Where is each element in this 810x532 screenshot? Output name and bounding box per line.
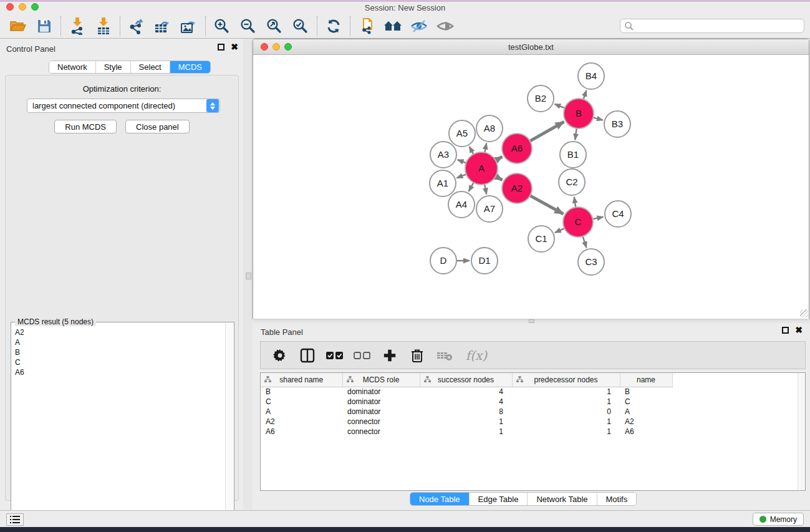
unchecked-boxes-icon[interactable] (353, 346, 372, 365)
search-field[interactable] (620, 19, 804, 33)
table-cell[interactable]: 8 (420, 407, 512, 417)
graph-edge[interactable] (469, 182, 474, 191)
show-eye-icon[interactable] (432, 15, 458, 37)
table-cell[interactable]: C (620, 397, 672, 407)
result-item[interactable]: A2 (12, 327, 224, 337)
graph-edge[interactable] (555, 228, 565, 233)
zoom-selected-icon[interactable] (287, 15, 314, 37)
graph-edge[interactable] (582, 236, 586, 248)
table-cell[interactable]: dominator (342, 407, 420, 417)
graph-edge[interactable] (456, 174, 466, 178)
search-input[interactable] (634, 20, 804, 32)
network-traffic-lights[interactable] (261, 43, 292, 51)
close-panel-icon[interactable]: ✖ (231, 44, 238, 51)
graph-edge[interactable] (495, 157, 503, 161)
float-panel-icon[interactable] (218, 44, 224, 51)
table-row[interactable]: A6connector11A6 (261, 427, 672, 437)
export-table-icon[interactable] (150, 15, 176, 37)
network-minimize-icon[interactable] (272, 43, 280, 51)
column-header-shared-name[interactable]: shared name (261, 373, 342, 387)
table-cell[interactable]: 1 (512, 417, 620, 427)
delete-column-icon[interactable] (435, 346, 454, 365)
result-scrollbar[interactable] (225, 323, 233, 532)
tab-network[interactable]: Network (49, 61, 96, 73)
hide-eye-icon[interactable] (406, 15, 432, 37)
tab-network-table[interactable]: Network Table (528, 493, 597, 505)
maximize-window-icon[interactable] (31, 3, 39, 11)
close-window-icon[interactable] (6, 3, 14, 11)
table-cell[interactable]: 1 (420, 417, 512, 427)
table-cell[interactable]: A2 (261, 417, 342, 427)
network-maximize-icon[interactable] (284, 43, 292, 51)
gear-icon[interactable] (271, 346, 289, 365)
table-cell[interactable]: B (261, 387, 342, 397)
graph-edge[interactable] (529, 122, 564, 141)
trash-icon[interactable] (408, 346, 427, 365)
table-cell[interactable]: 4 (420, 387, 512, 397)
criterion-select[interactable]: largest connected component (directed) (27, 99, 220, 113)
columns-icon[interactable] (298, 346, 317, 365)
graph-edge[interactable] (485, 184, 486, 195)
table-row[interactable]: Adominator80A (261, 407, 672, 417)
table-cell[interactable]: 1 (512, 397, 620, 407)
graph-edge[interactable] (575, 128, 577, 140)
memory-button[interactable]: Memory (753, 513, 804, 526)
table-cell[interactable]: connector (342, 427, 420, 437)
table-row[interactable]: Bdominator41B (261, 387, 672, 397)
tab-edge-table[interactable]: Edge Table (470, 493, 528, 505)
table-scrollbar[interactable] (798, 373, 805, 490)
graph-edge[interactable] (485, 143, 486, 153)
network-window-titlebar[interactable]: testGlobe.txt (253, 39, 809, 55)
refresh-icon[interactable] (321, 15, 347, 37)
table-cell[interactable]: connector (342, 417, 420, 427)
result-item[interactable]: C (12, 357, 224, 367)
table-cell[interactable]: B (620, 387, 672, 397)
minimize-window-icon[interactable] (19, 3, 26, 11)
tab-select[interactable]: Select (131, 61, 170, 73)
table-cell[interactable]: A6 (620, 427, 672, 437)
column-header-predecessor-nodes[interactable]: predecessor nodes (512, 373, 620, 387)
traffic-lights[interactable] (6, 3, 39, 11)
graph-edge[interactable] (529, 195, 563, 214)
float-table-panel-icon[interactable] (782, 327, 789, 334)
tab-style[interactable]: Style (96, 61, 131, 73)
table-cell[interactable]: 0 (512, 407, 620, 417)
table-cell[interactable]: dominator (342, 397, 420, 407)
zoom-fit-icon[interactable] (261, 15, 287, 37)
save-icon[interactable] (31, 15, 57, 37)
table-row[interactable]: Cdominator41C (261, 397, 672, 407)
open-folder-icon[interactable] (5, 15, 31, 37)
table-cell[interactable]: A (261, 407, 342, 417)
network-canvas[interactable]: B4B2BB3A5A8A6A3B1AA1C2A2A4A7C4CC1C3DD1 (253, 55, 809, 319)
table-cell[interactable]: 1 (512, 427, 620, 437)
tab-node-table[interactable]: Node Table (410, 493, 470, 505)
import-network-icon[interactable] (64, 15, 90, 37)
table-cell[interactable]: A2 (620, 417, 672, 427)
tab-motifs[interactable]: Motifs (597, 493, 637, 505)
close-table-panel-icon[interactable]: ✖ (795, 327, 803, 334)
plus-icon[interactable] (380, 346, 399, 365)
graph-edge[interactable] (495, 176, 503, 180)
graph-edge[interactable] (458, 160, 467, 163)
result-item[interactable]: A6 (12, 367, 224, 377)
import-table-icon[interactable] (90, 15, 117, 37)
node-table[interactable]: shared name MCDS role successor nodes pr… (260, 372, 806, 491)
graph-edge[interactable] (592, 217, 604, 220)
tab-mcds[interactable]: MCDS (170, 61, 210, 73)
result-item[interactable]: B (12, 347, 224, 357)
run-mcds-button[interactable]: Run MCDS (54, 120, 117, 133)
table-cell[interactable]: A (620, 407, 672, 417)
table-cell[interactable]: 1 (512, 387, 620, 397)
task-history-button[interactable] (6, 513, 24, 526)
close-panel-button[interactable]: Close panel (125, 120, 190, 133)
column-header-mcds-role[interactable]: MCDS role (342, 373, 420, 387)
table-cell[interactable]: C (261, 397, 342, 407)
vertical-splitter-handle[interactable] (246, 273, 251, 279)
mcds-result-list[interactable]: A2ABCA6 (12, 327, 224, 532)
graph-edge[interactable] (574, 197, 576, 208)
export-image-icon[interactable] (176, 15, 202, 37)
table-cell[interactable]: dominator (342, 387, 420, 397)
table-cell[interactable]: A6 (261, 427, 342, 437)
checked-boxes-icon[interactable] (325, 346, 344, 365)
table-cell[interactable]: 4 (420, 397, 512, 407)
